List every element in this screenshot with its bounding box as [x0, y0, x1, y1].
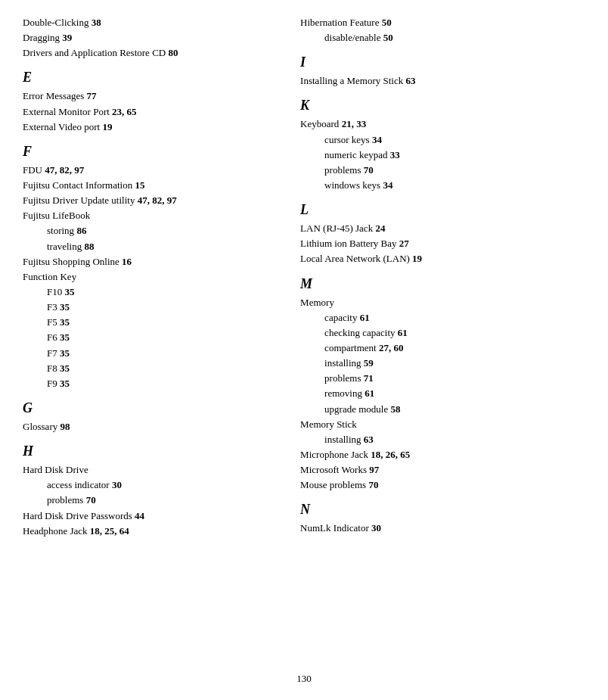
- page-ref: 27, 60: [379, 342, 404, 353]
- index-entry: Hard Disk Driveaccess indicator 30proble…: [23, 462, 278, 508]
- page-ref: 19: [102, 121, 112, 132]
- index-section: FFDU 47, 82, 97Fujitsu Contact Informati…: [23, 144, 278, 391]
- page-ref: 23, 65: [112, 106, 137, 117]
- index-entry: Glossary 98: [23, 419, 278, 434]
- entry-sub: F9 35: [23, 376, 278, 391]
- page-ref: 35: [60, 316, 70, 328]
- page-ref: 35: [60, 347, 70, 359]
- page-number: 130: [0, 673, 608, 685]
- entry-main: Microphone Jack 18, 26, 65: [300, 447, 585, 462]
- page-ref: 58: [390, 403, 400, 415]
- page-ref: 27: [399, 238, 409, 249]
- entry-sub: disable/enable 50: [300, 30, 585, 45]
- entry-main: Headphone Jack 18, 25, 64: [23, 524, 278, 539]
- page-ref: 35: [60, 378, 70, 389]
- page-ref: 21, 33: [342, 118, 367, 129]
- index-entry: Memorycapacity 61checking capacity 61com…: [300, 295, 585, 417]
- index-entry: Microsoft Works 97: [300, 462, 585, 478]
- index-entry: Hibernation Feature 50disable/enable 50: [300, 15, 585, 45]
- index-entry: FDU 47, 82, 97: [23, 163, 278, 178]
- page-ref: 88: [84, 241, 94, 252]
- entry-sub: F7 35: [23, 346, 278, 361]
- entry-sub: checking capacity 61: [300, 325, 585, 341]
- page-ref: 50: [383, 32, 393, 43]
- index-entry: Fujitsu Driver Update utility 47, 82, 97: [23, 193, 278, 208]
- entry-main: Microsoft Works 97: [300, 462, 585, 478]
- page-ref: 86: [76, 225, 86, 236]
- entry-sub: capacity 61: [300, 310, 585, 325]
- page-ref: 47, 82, 97: [138, 194, 177, 206]
- page-ref: 34: [372, 134, 382, 145]
- page-ref: 35: [60, 301, 70, 313]
- entry-main: External Monitor Port 23, 65: [23, 104, 278, 120]
- entry-sub: F3 35: [23, 300, 278, 315]
- page-ref: 70: [86, 494, 96, 506]
- page-ref: 33: [390, 149, 400, 160]
- page-ref: 61: [360, 312, 370, 323]
- entry-main: Fujitsu Driver Update utility 47, 82, 97: [23, 193, 278, 208]
- page-ref: 30: [371, 522, 381, 534]
- top-entries-left: Double-Clicking 38Dragging 39Drivers and…: [23, 15, 278, 61]
- index-section: MMemorycapacity 61checking capacity 61co…: [300, 276, 585, 493]
- entry-main: Hard Disk Drive: [23, 462, 278, 478]
- section-letter: E: [23, 70, 278, 86]
- index-entry: Headphone Jack 18, 25, 64: [23, 524, 278, 539]
- top-entries-right: Hibernation Feature 50disable/enable 50: [300, 15, 585, 45]
- page-ref: 44: [135, 510, 144, 521]
- entry-main: Memory Stick: [300, 417, 585, 432]
- entry-main: Fujitsu Contact Information 15: [23, 178, 278, 193]
- entry-sub: cursor keys 34: [300, 132, 585, 148]
- section-letter: M: [300, 276, 585, 292]
- entry-main: LAN (RJ-45) Jack 24: [300, 221, 585, 236]
- entry-sub: problems 70: [300, 163, 585, 178]
- page-ref: 30: [112, 479, 122, 490]
- index-section: LLAN (RJ-45) Jack 24Lithium ion Battery …: [300, 202, 585, 266]
- right-column: Hibernation Feature 50disable/enable 50I…: [293, 15, 585, 539]
- entry-main: Fujitsu LifeBook: [23, 208, 278, 223]
- entry-sub: F8 35: [23, 361, 278, 376]
- index-entry: LAN (RJ-45) Jack 24: [300, 221, 585, 236]
- section-letter: G: [23, 400, 278, 416]
- page-ref: 77: [86, 90, 96, 101]
- index-entry: Double-Clicking 38: [23, 15, 278, 30]
- page-ref: 70: [364, 164, 374, 176]
- entry-main: Hibernation Feature 50: [300, 15, 585, 30]
- index-entry: Fujitsu Contact Information 15: [23, 178, 278, 193]
- entry-sub: access indicator 30: [23, 478, 278, 493]
- page-ref: 35: [60, 331, 70, 343]
- entry-main: Hard Disk Drive Passwords 44: [23, 509, 278, 524]
- page-ref: 34: [383, 179, 392, 191]
- entry-main: Fujitsu Shopping Online 16: [23, 254, 278, 269]
- entry-main: Installing a Memory Stick 63: [300, 73, 585, 89]
- page-ref: 97: [369, 464, 379, 475]
- entry-main: Mouse problems 70: [300, 478, 585, 493]
- index-entry: Dragging 39: [23, 30, 278, 45]
- entry-sub: windows keys 34: [300, 178, 585, 193]
- index-section: KKeyboard 21, 33cursor keys 34numeric ke…: [300, 98, 585, 193]
- page-ref: 59: [364, 357, 374, 369]
- entry-sub: installing 63: [300, 432, 585, 447]
- entry-main: Drivers and Application Restore CD 80: [23, 45, 278, 61]
- entry-sub: compartment 27, 60: [300, 341, 585, 356]
- index-section: IInstalling a Memory Stick 63: [300, 54, 585, 89]
- section-letter: K: [300, 98, 585, 114]
- section-letter: L: [300, 202, 585, 218]
- page-ref: 80: [168, 47, 178, 58]
- index-entry: Hard Disk Drive Passwords 44: [23, 509, 278, 524]
- index-page: Double-Clicking 38Dragging 39Drivers and…: [0, 0, 608, 569]
- entry-main: External Video port 19: [23, 120, 278, 135]
- page-ref: 24: [375, 222, 385, 234]
- section-letter: H: [23, 443, 278, 459]
- index-entry: Lithium ion Battery Bay 27: [300, 236, 585, 251]
- entry-sub: removing 61: [300, 386, 585, 401]
- index-entry: External Monitor Port 23, 65: [23, 104, 278, 120]
- index-section: EError Messages 77External Monitor Port …: [23, 70, 278, 134]
- index-entry: Drivers and Application Restore CD 80: [23, 45, 278, 61]
- index-entry: Memory Stickinstalling 63: [300, 417, 585, 447]
- page-ref: 63: [364, 434, 374, 445]
- index-entry: Microphone Jack 18, 26, 65: [300, 447, 585, 462]
- left-column: Double-Clicking 38Dragging 39Drivers and…: [23, 15, 293, 539]
- index-entry: Mouse problems 70: [300, 478, 585, 493]
- page-ref: 15: [135, 179, 144, 191]
- entry-sub: F5 35: [23, 315, 278, 330]
